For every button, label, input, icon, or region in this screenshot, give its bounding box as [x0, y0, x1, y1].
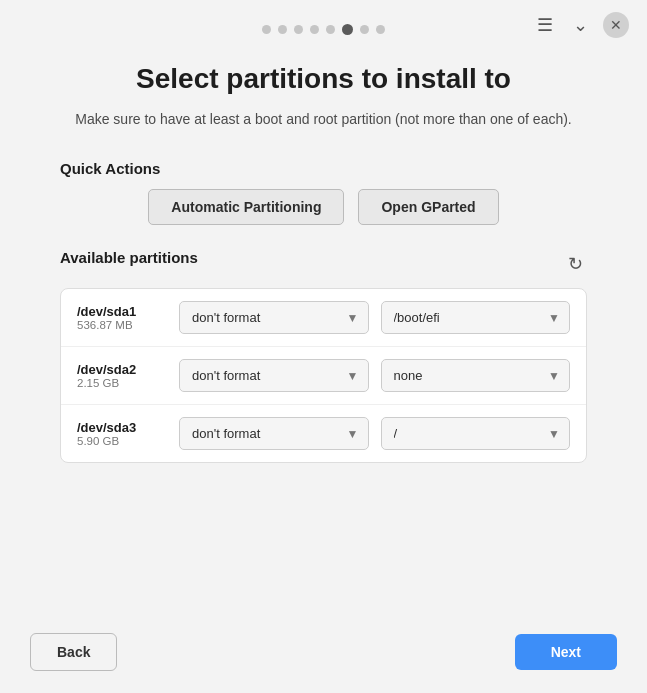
partition-row: /dev/sda1 536.87 MB don't format ext4 fa…: [61, 289, 586, 347]
partition-row: /dev/sda3 5.90 GB don't format ext4 fat3…: [61, 405, 586, 462]
partitions-list: /dev/sda1 536.87 MB don't format ext4 fa…: [60, 288, 587, 463]
dot-6: [342, 24, 353, 35]
open-gparted-button[interactable]: Open GParted: [358, 189, 498, 225]
partition-size: 536.87 MB: [77, 319, 167, 331]
top-bar: ☰ ⌄ ✕: [0, 0, 647, 43]
format-select-wrap-1: don't format ext4 fat32 btrfs xfs ▼: [179, 359, 369, 392]
menu-icon: ☰: [537, 14, 553, 36]
dot-4: [310, 25, 319, 34]
format-select-wrap-0: don't format ext4 fat32 btrfs xfs ▼: [179, 301, 369, 334]
bottom-bar: Back Next: [0, 615, 647, 693]
refresh-icon: ↻: [568, 254, 583, 274]
quick-actions-group: Automatic Partitioning Open GParted: [60, 189, 587, 225]
chevron-down-icon: ⌄: [573, 14, 588, 36]
progress-dots: [262, 14, 385, 35]
partition-size: 5.90 GB: [77, 435, 167, 447]
mount-select-wrap-0: /boot/efi /boot / none swap ▼: [381, 301, 571, 334]
partition-name: /dev/sda1: [77, 304, 167, 319]
close-icon: ✕: [610, 17, 622, 33]
mount-select-wrap-1: none /boot/efi /boot / swap ▼: [381, 359, 571, 392]
back-button[interactable]: Back: [30, 633, 117, 671]
partition-name: /dev/sda3: [77, 420, 167, 435]
menu-button[interactable]: ☰: [532, 12, 558, 38]
dot-2: [278, 25, 287, 34]
partition-name: /dev/sda2: [77, 362, 167, 377]
partition-info: /dev/sda3 5.90 GB: [77, 420, 167, 447]
dot-8: [376, 25, 385, 34]
dot-1: [262, 25, 271, 34]
partition-info: /dev/sda1 536.87 MB: [77, 304, 167, 331]
quick-actions-label: Quick Actions: [60, 160, 587, 177]
next-button[interactable]: Next: [515, 634, 617, 670]
format-select-1[interactable]: don't format ext4 fat32 btrfs xfs: [179, 359, 369, 392]
format-select-0[interactable]: don't format ext4 fat32 btrfs xfs: [179, 301, 369, 334]
mount-select-1[interactable]: none /boot/efi /boot / swap: [381, 359, 571, 392]
mount-select-2[interactable]: / /boot/efi /boot none swap: [381, 417, 571, 450]
close-button[interactable]: ✕: [603, 12, 629, 38]
available-partitions-header: Available partitions ↻: [60, 249, 587, 278]
dot-3: [294, 25, 303, 34]
main-content: Select partitions to install to Make sur…: [0, 43, 647, 463]
top-icon-group: ☰ ⌄ ✕: [532, 12, 629, 38]
partition-info: /dev/sda2 2.15 GB: [77, 362, 167, 389]
format-select-2[interactable]: don't format ext4 fat32 btrfs xfs: [179, 417, 369, 450]
dot-5: [326, 25, 335, 34]
page-subtitle: Make sure to have at least a boot and ro…: [60, 109, 587, 130]
mount-select-wrap-2: / /boot/efi /boot none swap ▼: [381, 417, 571, 450]
format-select-wrap-2: don't format ext4 fat32 btrfs xfs ▼: [179, 417, 369, 450]
partition-size: 2.15 GB: [77, 377, 167, 389]
available-partitions-label: Available partitions: [60, 249, 198, 266]
dot-7: [360, 25, 369, 34]
refresh-button[interactable]: ↻: [564, 251, 587, 277]
chevron-down-button[interactable]: ⌄: [568, 12, 593, 38]
automatic-partitioning-button[interactable]: Automatic Partitioning: [148, 189, 344, 225]
partition-row: /dev/sda2 2.15 GB don't format ext4 fat3…: [61, 347, 586, 405]
mount-select-0[interactable]: /boot/efi /boot / none swap: [381, 301, 571, 334]
page-title: Select partitions to install to: [60, 63, 587, 95]
